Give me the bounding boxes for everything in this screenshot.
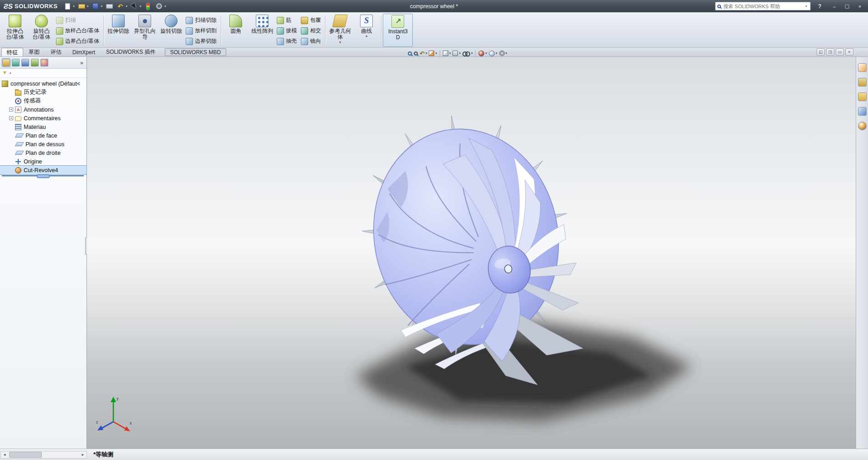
tree-item-annotations[interactable]: + A Annotations <box>0 105 86 114</box>
design-library-icon[interactable] <box>858 78 867 87</box>
doc-minimize-button[interactable]: ▭ <box>836 48 844 56</box>
rollback-bar[interactable] <box>2 175 84 176</box>
curves-button[interactable]: 曲线 ▾ <box>353 14 380 47</box>
resources-icon[interactable] <box>858 63 867 72</box>
tab-features[interactable]: 特征 <box>1 48 23 56</box>
tree-item-origin[interactable]: Origine <box>0 157 86 166</box>
save-caret-icon[interactable]: ▾ <box>101 5 103 8</box>
propertymanager-icon[interactable] <box>12 59 20 66</box>
undo-button[interactable]: ↶ <box>115 1 125 11</box>
zoom-fit-button[interactable] <box>407 49 413 58</box>
boundary-boss-button[interactable]: 边界凸台/基体 <box>55 36 102 46</box>
tab-sketch[interactable]: 草图 <box>23 48 45 56</box>
revolved-cut-button[interactable]: 旋转切除 <box>158 14 184 47</box>
panel-chevron-icon[interactable]: » <box>78 60 85 66</box>
search-input[interactable] <box>723 4 804 9</box>
boundary-cut-button[interactable]: 边界切除 <box>184 36 219 46</box>
extruded-boss-button[interactable]: 拉伸凸台/基体 <box>2 14 28 47</box>
edit-appearance-button[interactable]: ▾ <box>477 49 488 58</box>
doc-tile-button[interactable]: ◱ <box>817 48 825 56</box>
tab-dimxpert[interactable]: DimXpert <box>67 48 101 56</box>
ribbon-separator <box>381 15 381 45</box>
scrollbar-track[interactable] <box>8 451 79 458</box>
zoom-area-button[interactable] <box>413 49 419 58</box>
close-button[interactable]: × <box>853 2 866 11</box>
tree-root-part[interactable]: compressor wheel (Défaut< <box>0 79 86 88</box>
tree-horizontal-scrollbar[interactable]: ◄ ► <box>0 451 87 459</box>
tab-solidworks-addins[interactable]: SOLIDWORKS 插件 <box>101 48 161 56</box>
solidworks-logo: ƧS SOLIDWORKS <box>0 2 62 10</box>
lofted-boss-button[interactable]: 放样凸台/基体 <box>55 26 102 36</box>
draft-button[interactable]: 拔模 <box>275 26 299 36</box>
scroll-right-icon[interactable]: ► <box>79 453 86 457</box>
displaymanager-icon[interactable] <box>41 59 48 66</box>
hole-wizard-button[interactable]: 异型孔向导 <box>132 14 158 47</box>
doc-close-button[interactable]: × <box>845 48 853 56</box>
swept-cut-button[interactable]: 扫描切除 <box>184 15 219 26</box>
tree-item-comments[interactable]: + Commentaires <box>0 114 86 123</box>
expand-icon[interactable]: + <box>9 107 13 112</box>
rib-button[interactable]: 筋 <box>275 15 299 26</box>
save-button[interactable] <box>91 1 101 11</box>
new-document-button[interactable] <box>63 1 73 11</box>
open-button[interactable] <box>76 1 86 11</box>
tree-item-sensors[interactable]: 传感器 <box>0 97 86 105</box>
tree-item-top-plane[interactable]: Plan de dessus <box>0 140 86 148</box>
shell-button[interactable]: 抽壳 <box>275 36 299 46</box>
linear-pattern-button[interactable]: 线性阵列 <box>249 14 275 47</box>
search-box[interactable]: ▾ <box>715 2 811 10</box>
configurationmanager-icon[interactable] <box>21 59 29 66</box>
display-style-button[interactable]: ▾ <box>452 49 462 58</box>
scroll-left-icon[interactable]: ◄ <box>1 453 8 457</box>
tab-solidworks-mbd[interactable]: SOLIDWORKS MBD <box>165 48 226 56</box>
hide-show-items-button[interactable]: ▾ <box>462 49 474 58</box>
rebuild-button[interactable] <box>143 1 153 11</box>
tree-item-right-plane[interactable]: Plan de droite <box>0 148 86 157</box>
select-caret-icon[interactable]: ▾ <box>140 5 142 8</box>
undo-caret-icon[interactable]: ▾ <box>126 5 127 8</box>
search-caret-icon[interactable]: ▾ <box>805 5 807 8</box>
model-scene[interactable] <box>87 57 856 449</box>
view-settings-button[interactable]: ▾ <box>498 49 508 58</box>
instant3d-button[interactable]: Instant3D <box>383 14 413 47</box>
minimize-button[interactable]: – <box>828 2 841 11</box>
scrollbar-thumb[interactable] <box>9 452 42 458</box>
extruded-cut-button[interactable]: 拉伸切除 <box>105 14 132 47</box>
model-compressor-wheel[interactable] <box>341 96 593 385</box>
intersect-button[interactable]: 相交 <box>299 26 324 36</box>
new-caret-icon[interactable]: ▾ <box>73 5 75 8</box>
expand-icon[interactable]: + <box>9 116 13 120</box>
revolved-boss-button[interactable]: 旋转凸台/基体 <box>28 14 55 47</box>
view-orientation-button[interactable]: ▾ <box>442 49 452 58</box>
swept-boss-button[interactable]: 扫描 <box>55 15 102 26</box>
tree-item-cut-revolve4[interactable]: Cut-Revolve4 <box>0 166 86 174</box>
select-button[interactable] <box>129 1 139 11</box>
previous-view-button[interactable]: ↶▾ <box>419 49 428 58</box>
tab-evaluate[interactable]: 评估 <box>45 48 67 56</box>
tree-item-history[interactable]: 历史记录 <box>0 88 86 97</box>
graphics-viewport[interactable]: y x z <box>87 57 856 449</box>
print-button[interactable] <box>104 1 114 11</box>
view-palette-icon[interactable] <box>858 107 867 116</box>
file-explorer-icon[interactable] <box>858 92 867 101</box>
mirror-button[interactable]: 镜向 <box>299 36 324 46</box>
appearances-icon[interactable] <box>858 122 867 130</box>
filter-caret-icon[interactable]: ▾ <box>10 72 11 75</box>
maximize-button[interactable]: ▢ <box>841 2 853 11</box>
open-caret-icon[interactable]: ▾ <box>87 5 89 8</box>
apply-scene-button[interactable]: ▾ <box>488 49 498 58</box>
lofted-cut-button[interactable]: 放样切割 <box>184 26 219 36</box>
tree-item-material[interactable]: Materiau <box>0 123 86 131</box>
tree-item-front-plane[interactable]: Plan de face <box>0 131 86 140</box>
featuremanager-tree-icon[interactable] <box>2 59 10 66</box>
fillet-button[interactable]: 圆角 <box>223 14 249 47</box>
filter-funnel-icon[interactable] <box>2 71 8 76</box>
doc-cascade-button[interactable]: ◳ <box>826 48 834 56</box>
wrap-button[interactable]: 包覆 <box>299 15 324 26</box>
options-caret-icon[interactable]: ▾ <box>164 5 166 8</box>
dimxpertmanager-icon[interactable] <box>31 59 39 66</box>
options-button[interactable] <box>154 1 164 11</box>
reference-geometry-button[interactable]: 参考几何体 ▾ <box>327 14 353 47</box>
help-button[interactable]: ? <box>815 2 824 11</box>
section-view-button[interactable]: ▾ <box>428 49 438 58</box>
